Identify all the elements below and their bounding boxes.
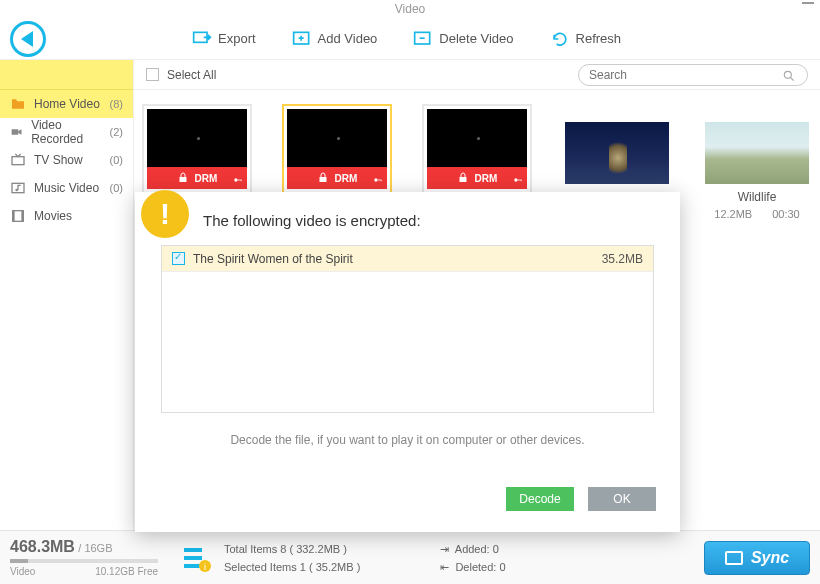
dialog-list: The Spirit Women of the Spirit 35.2MB: [161, 245, 654, 413]
row-size: 35.2MB: [602, 252, 643, 266]
video-thumb[interactable]: DRM: [422, 104, 532, 194]
search-icon: [782, 69, 796, 83]
add-icon: [292, 29, 312, 49]
drm-badge: DRM: [287, 167, 387, 189]
svg-rect-11: [179, 177, 186, 182]
svg-rect-18: [184, 556, 202, 560]
window-title: Video: [0, 0, 820, 18]
thumb-title: Wildlife: [738, 190, 777, 204]
export-button[interactable]: Export: [192, 29, 256, 49]
add-video-button[interactable]: Add Video: [292, 29, 378, 49]
svg-text:i: i: [204, 562, 206, 572]
total-items: Total Items 8 ( 332.2MB ): [224, 540, 360, 558]
key-icon: [513, 175, 523, 185]
minimize-button[interactable]: [802, 2, 814, 4]
sidebar-header: [0, 60, 133, 90]
export-label: Export: [218, 31, 256, 46]
back-arrow-icon: [21, 31, 33, 47]
sidebar-item-tv-show[interactable]: TV Show (0): [0, 146, 133, 174]
refresh-icon: [550, 29, 570, 49]
sidebar-label: Music Video: [34, 181, 99, 195]
sidebar-count: (8): [110, 98, 123, 110]
sidebar-count: (0): [110, 182, 123, 194]
back-button[interactable]: [10, 21, 46, 57]
svg-rect-9: [21, 211, 23, 222]
lock-icon: [317, 172, 329, 184]
sidebar-count: (0): [110, 154, 123, 166]
storage-used: 468.3MB: [10, 538, 75, 555]
svg-rect-4: [12, 157, 24, 165]
storage-total: / 16GB: [78, 542, 112, 554]
stats-col2: ⇥ Added: 0 ⇤ Deleted: 0: [440, 540, 505, 576]
svg-rect-17: [184, 548, 202, 552]
dialog-row[interactable]: The Spirit Women of the Spirit 35.2MB: [162, 246, 653, 272]
storage-bar: [10, 559, 158, 563]
select-all-label: Select All: [167, 68, 216, 82]
lock-icon: [457, 172, 469, 184]
deleted-count: Deleted: 0: [455, 561, 505, 573]
svg-point-16: [514, 178, 517, 181]
content-header: Select All: [134, 60, 820, 90]
sidebar-count: (2): [110, 126, 123, 138]
key-icon: [373, 175, 383, 185]
svg-point-12: [234, 178, 237, 181]
ok-button[interactable]: OK: [588, 487, 656, 511]
svg-rect-3: [12, 129, 19, 134]
row-checkbox[interactable]: [172, 252, 185, 265]
delete-video-button[interactable]: Delete Video: [413, 29, 513, 49]
storage-free: 10.12GB Free: [95, 566, 158, 577]
warning-icon: !: [141, 190, 189, 238]
thumbnail-image: [705, 122, 809, 184]
folder-icon: [10, 96, 26, 112]
svg-point-10: [784, 71, 791, 78]
footer: 468.3MB / 16GB Video 10.12GB Free i Tota…: [0, 530, 820, 584]
row-name: The Spirit Women of the Spirit: [193, 252, 353, 266]
export-icon: [192, 29, 212, 49]
video-thumb-wildlife[interactable]: Wildlife 12.2MB 00:30: [702, 122, 812, 220]
info-icon: i: [180, 542, 212, 574]
decode-button[interactable]: Decode: [506, 487, 574, 511]
delete-icon: [413, 29, 433, 49]
svg-rect-13: [319, 177, 326, 182]
drm-badge: DRM: [147, 167, 247, 189]
sync-label: Sync: [751, 549, 789, 567]
lock-icon: [177, 172, 189, 184]
refresh-button[interactable]: Refresh: [550, 29, 622, 49]
sidebar: Home Video (8) Video Recorded (2) TV Sho…: [0, 60, 134, 530]
dialog-title: The following video is encrypted:: [203, 212, 680, 229]
added-count: Added: 0: [455, 543, 499, 555]
sidebar-label: TV Show: [34, 153, 83, 167]
music-icon: [10, 180, 26, 196]
sidebar-label: Movies: [34, 209, 72, 223]
dialog-hint: Decode the file, if you want to play it …: [135, 433, 680, 447]
svg-rect-8: [13, 211, 15, 222]
thumbnail-image: [565, 122, 669, 184]
select-all-checkbox[interactable]: [146, 68, 159, 81]
drm-badge: DRM: [427, 167, 527, 189]
film-icon: [10, 208, 26, 224]
thumb-meta: 12.2MB 00:30: [714, 208, 799, 220]
video-thumb[interactable]: DRM: [142, 104, 252, 194]
refresh-label: Refresh: [576, 31, 622, 46]
sidebar-item-video-recorded[interactable]: Video Recorded (2): [0, 118, 133, 146]
add-video-label: Add Video: [318, 31, 378, 46]
key-icon: [233, 175, 243, 185]
svg-point-14: [374, 178, 377, 181]
search-input[interactable]: [578, 64, 808, 86]
video-thumb[interactable]: [562, 122, 672, 184]
sidebar-item-music-video[interactable]: Music Video (0): [0, 174, 133, 202]
sync-icon: [725, 551, 743, 565]
sync-button[interactable]: Sync: [704, 541, 810, 575]
stats-col1: Total Items 8 ( 332.2MB ) Selected Items…: [224, 540, 360, 576]
encrypted-dialog: ! The following video is encrypted: The …: [135, 192, 680, 532]
storage-label: Video: [10, 566, 35, 577]
sidebar-item-movies[interactable]: Movies: [0, 202, 133, 230]
sidebar-label: Home Video: [34, 97, 100, 111]
storage-info: 468.3MB / 16GB Video 10.12GB Free: [10, 538, 168, 577]
tv-icon: [10, 152, 26, 168]
sidebar-label: Video Recorded: [31, 118, 101, 146]
sidebar-item-home-video[interactable]: Home Video (8): [0, 90, 133, 118]
video-thumb-selected[interactable]: DRM: [282, 104, 392, 194]
camera-icon: [10, 124, 23, 140]
selected-items: Selected Items 1 ( 35.2MB ): [224, 558, 360, 576]
